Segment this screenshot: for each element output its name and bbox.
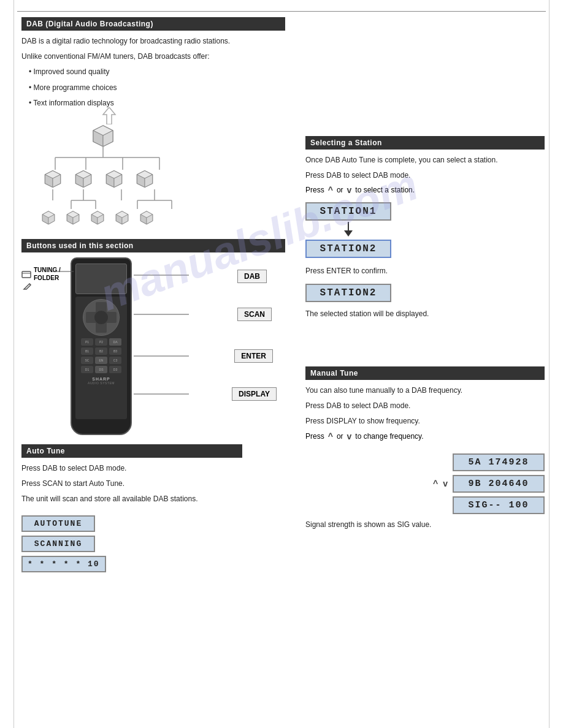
dab-button-label: DAB bbox=[237, 270, 267, 283]
lcd-signal: SIG-- 100 bbox=[453, 496, 545, 514]
freq-caret-down-icon: v bbox=[443, 479, 448, 488]
section-bar-manual: Manual Tune bbox=[305, 366, 545, 380]
dab-button-label-area: DAB bbox=[237, 268, 267, 284]
tree-comp-cube-1 bbox=[39, 209, 58, 227]
tuning-folder-line bbox=[52, 268, 74, 275]
tree-top-arrow bbox=[102, 107, 117, 124]
dab-desc1: DAB is a digital radio technology for br… bbox=[21, 36, 285, 47]
section-bar-station: Selecting a Station bbox=[305, 136, 545, 150]
station-step3: Press ENTER to confirm. bbox=[305, 265, 545, 277]
autotune-step2: Press SCAN to start Auto Tune. bbox=[21, 478, 242, 490]
enter-line bbox=[134, 353, 189, 359]
lcd-scanning: SCANNING bbox=[21, 536, 95, 552]
manual-intro: You can also tune manually to a DAB freq… bbox=[305, 385, 545, 396]
station-step2-row: Press ^ or v to select a station. bbox=[305, 185, 545, 195]
station-step2b-text: or bbox=[337, 186, 343, 194]
tree-comp-cube-4 bbox=[113, 209, 131, 227]
tree-service-cube-3 bbox=[103, 169, 125, 191]
section-bar-buttons: Buttons used in this section bbox=[21, 239, 285, 252]
caret-up-icon: ^ bbox=[328, 185, 333, 195]
manual-step3-row: Press ^ or v to change frequency. bbox=[305, 431, 545, 441]
autotune-note: The unit will scan and store all availab… bbox=[21, 493, 242, 505]
manual-step3-text: Press bbox=[305, 432, 324, 441]
enter-button-label-area: ENTER bbox=[234, 348, 273, 364]
lcd-freq2: 9B 204640 bbox=[453, 475, 545, 493]
tree-service-cube-4 bbox=[134, 169, 156, 191]
enter-button-label: ENTER bbox=[234, 349, 273, 363]
station-arrow-icon bbox=[342, 222, 354, 238]
manual-step1: Press DAB to select DAB mode. bbox=[305, 400, 545, 412]
svg-marker-65 bbox=[344, 230, 353, 237]
display-line bbox=[134, 391, 189, 397]
manual-step3b-text: or bbox=[337, 432, 343, 441]
dab-bullet1: • Improved sound quality bbox=[21, 66, 285, 78]
edit-icon bbox=[23, 282, 33, 292]
dab-bullet2: • More programme choices bbox=[21, 82, 285, 94]
tree-comp-cube-2 bbox=[64, 209, 82, 227]
dab-desc2: Unlike conventional FM/AM tuners, DAB br… bbox=[21, 51, 285, 63]
left-margin-line bbox=[13, 0, 14, 728]
scan-button-label: SCAN bbox=[237, 308, 272, 321]
display-button-label-area: DISPLAY bbox=[232, 386, 277, 402]
right-margin-line bbox=[549, 0, 550, 728]
station-step2c-text: to select a station. bbox=[355, 186, 415, 194]
autotune-step1: Press DAB to select DAB mode. bbox=[21, 463, 242, 474]
scan-line bbox=[134, 311, 189, 317]
tree-service-cube-2 bbox=[72, 169, 94, 191]
caret-down-icon: v bbox=[347, 185, 352, 195]
lcd-autotune: AUTOTUNE bbox=[21, 515, 95, 532]
section-bar-dab: DAB (Digital Audio Broadcasting) bbox=[21, 17, 285, 31]
tree-service-cube-1 bbox=[42, 169, 64, 191]
lcd-progress: * * * * * 10 bbox=[21, 556, 106, 572]
lcd-station-confirmed: STATION2 bbox=[305, 284, 391, 302]
svg-rect-57 bbox=[22, 271, 31, 278]
lcd-station1: STATION1 bbox=[305, 202, 391, 221]
top-rule bbox=[17, 11, 546, 12]
manual-note: Signal strength is shown as SIG value. bbox=[305, 519, 545, 531]
freq-caret-up-icon: ^ bbox=[433, 479, 438, 488]
lcd-freq1: 5A 174928 bbox=[453, 453, 545, 471]
svg-marker-0 bbox=[103, 107, 115, 124]
lcd-station2: STATION2 bbox=[305, 240, 391, 258]
station-note: The selected station will be displayed. bbox=[305, 308, 545, 320]
scan-button-label-area: SCAN bbox=[237, 306, 272, 322]
display-button-label: DISPLAY bbox=[232, 387, 277, 401]
tree-comp-cube-3 bbox=[88, 209, 107, 227]
station-intro: Once DAB Auto Tune is complete, you can … bbox=[305, 154, 545, 166]
svg-line-58 bbox=[29, 284, 31, 285]
station-step1: Press DAB to select DAB mode. bbox=[305, 170, 545, 181]
dab-line bbox=[134, 272, 189, 278]
tuning-folder-icon bbox=[21, 269, 31, 279]
manual-caret-down-icon: v bbox=[347, 431, 352, 441]
tree-comp-cube-5 bbox=[137, 209, 156, 227]
section-bar-autotune: Auto Tune bbox=[21, 444, 242, 458]
manual-step3c-text: to change frequency. bbox=[355, 432, 423, 441]
station-step2-text: Press bbox=[305, 186, 324, 194]
manual-step2: Press DISPLAY to show frequency. bbox=[305, 415, 545, 427]
manual-caret-up-icon: ^ bbox=[328, 431, 333, 441]
